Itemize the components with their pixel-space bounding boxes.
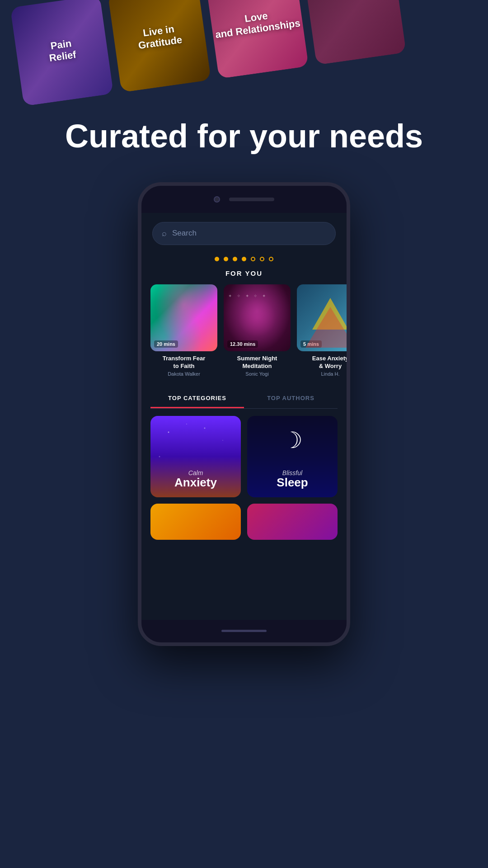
category-sleep-title: Sleep (277, 476, 308, 488)
card-summer-image: 12.30 mins (224, 284, 291, 351)
phone-screen: ⌕ Search FOR YOU 20 (141, 213, 347, 620)
dot-1[interactable] (215, 257, 219, 261)
card-summer-night[interactable]: 12.30 mins Summer NightMeditation Sonic … (224, 284, 291, 378)
search-icon: ⌕ (162, 229, 167, 238)
meditation-cards-row: 20 mins Transform Fearto Faith Dakota Wa… (141, 284, 347, 378)
anxiety-stars-bg (150, 416, 241, 497)
dot-7[interactable] (269, 257, 273, 261)
hero-title: Curated for your needs (0, 118, 488, 155)
card-ease-image: 5 mins (297, 284, 347, 351)
category-card-bottom-left[interactable] (150, 504, 241, 540)
card-transform-info: Transform Fearto Faith Dakota Walker (150, 351, 217, 378)
card-ease-info: Ease Anxiety& Worry Linda H. (297, 351, 347, 378)
hero-section: Curated for your needs (0, 0, 488, 182)
tab-top-categories[interactable]: TOP CATEGORIES (150, 389, 244, 408)
card-transform-title: Transform Fearto Faith (150, 355, 217, 370)
phone-container: ⌕ Search FOR YOU 20 (0, 182, 488, 646)
category-card-anxiety[interactable]: Calm Anxiety (150, 416, 241, 497)
card-transform-image: 20 mins (150, 284, 217, 351)
category-card-sleep[interactable]: ☽ Blissful Sleep (247, 416, 338, 497)
card-ease-title: Ease Anxiety& Worry (297, 355, 347, 370)
dot-2[interactable] (224, 257, 228, 261)
category-grid: Calm Anxiety ☽ Blissful Sleep (141, 409, 347, 547)
category-card-bottom-right[interactable] (247, 504, 338, 540)
search-placeholder: Search (172, 229, 197, 238)
for-you-label: FOR YOU (141, 269, 347, 284)
card-transform-author: Dakota Walker (150, 371, 217, 377)
card-summer-duration: 12.30 mins (227, 340, 258, 348)
card-summer-author: Sonic Yogi (224, 371, 291, 377)
phone-bottom (141, 620, 347, 642)
dot-3[interactable] (233, 257, 237, 261)
dot-5[interactable] (251, 257, 255, 261)
moon-icon: ☽ (282, 427, 303, 453)
tabs-container: TOP CATEGORIES TOP AUTHORS (150, 389, 338, 409)
card-summer-info: Summer NightMeditation Sonic Yogi (224, 351, 291, 378)
dot-4[interactable] (242, 257, 246, 261)
phone-home-bar (221, 630, 267, 632)
card-ease-duration: 5 mins (300, 340, 322, 348)
phone-speaker (229, 198, 274, 201)
card-ease-anxiety[interactable]: 5 mins Ease Anxiety& Worry Linda H. (297, 284, 347, 378)
phone-top (141, 186, 347, 213)
dots-indicator (141, 252, 347, 269)
dot-6[interactable] (260, 257, 264, 261)
card-ease-author: Linda H. (297, 371, 347, 377)
card-transform-duration: 20 mins (154, 340, 178, 348)
search-bar[interactable]: ⌕ Search (152, 222, 336, 245)
search-container: ⌕ Search (141, 213, 347, 252)
phone-frame: ⌕ Search FOR YOU 20 (138, 182, 350, 646)
card-summer-title: Summer NightMeditation (224, 355, 291, 370)
card-transform-fear[interactable]: 20 mins Transform Fearto Faith Dakota Wa… (150, 284, 217, 378)
tab-top-authors[interactable]: TOP AUTHORS (244, 389, 338, 408)
phone-camera (214, 196, 220, 203)
